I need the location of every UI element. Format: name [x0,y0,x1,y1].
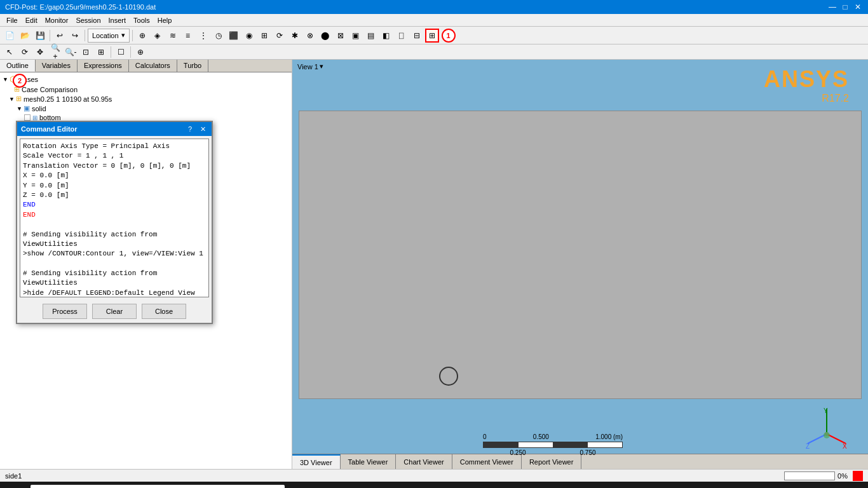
bottom-checkbox[interactable] [24,114,31,121]
tab-comment-viewer[interactable]: Comment Viewer [452,454,522,469]
taskbar-firefox[interactable]: 🦊 [419,484,440,488]
menu-monitor[interactable]: Monitor [41,15,72,25]
taskbar-task-view[interactable] [318,484,338,488]
dialog-text-area[interactable]: Rotation Axis Type = Principal Axis Scal… [20,139,209,297]
tab-table-viewer[interactable]: Table Viewer [341,454,397,469]
view-zoom-out[interactable]: 🔍- [64,45,78,59]
tab-report-viewer[interactable]: Report Viewer [522,454,582,469]
view-pan[interactable]: ✥ [33,45,47,59]
taskbar-7zip[interactable]: 7z [394,484,414,488]
view-zoom-in[interactable]: 🔍+ [48,45,62,59]
menu-file[interactable]: File [3,15,22,25]
dialog-title-icons: ? ✕ [185,124,208,134]
tree-item-case-comparison[interactable]: ⊞ Case Comparison [1,85,290,94]
view-rotate[interactable]: ⟳ [18,45,32,59]
toolbar-btn6[interactable]: ◷ [212,29,226,43]
dialog-footer: Process Clear Close [17,300,212,323]
taskbar-app9[interactable]: 👁 [496,484,516,488]
cmd-line-2: Scale Vector = 1 , 1 , 1 [23,151,206,161]
tab-3d-viewer[interactable]: 3D Viewer [292,454,341,469]
close-button[interactable]: ✕ [853,2,863,12]
toolbar-btn17[interactable]: ◧ [379,29,393,43]
annotation-2: 2 [13,74,27,88]
taskbar-app-icons: e 🗂 7z 🦊 ⚙ 🌐 👁 [292,484,516,488]
toolbar-save[interactable]: 💾 [33,29,47,43]
dialog-help-btn[interactable]: ? [185,124,195,134]
view-zoom-box[interactable]: ⊡ [79,45,93,59]
tree-item-cases[interactable]: ▼ ⬡ Cases [1,74,290,85]
toolbar-btn5[interactable]: ⋮ [196,29,210,43]
taskbar-browser2[interactable]: 🌐 [470,484,491,488]
taskbar-settings[interactable]: ⚙ [445,484,465,488]
dialog-close-btn[interactable]: ✕ [198,124,208,134]
view-extra[interactable]: ⊕ [133,45,147,59]
clear-button[interactable]: Clear [92,304,137,319]
tab-calculators[interactable]: Calculators [129,60,177,72]
viewport[interactable]: View 1 ▾ ANSYS R17.2 0 0.500 1.000 (m) [292,60,868,469]
view-box[interactable]: ☐ [114,45,128,59]
toolbar-btn18[interactable]: ⎕ [395,29,409,43]
menu-insert[interactable]: Insert [105,15,130,25]
toolbar-btn11[interactable]: ✱ [288,29,302,43]
menu-bar: File Edit Monitor Session Insert Tools H… [0,14,868,27]
menu-help[interactable]: Help [154,15,176,25]
cmd-line-6: Z = 0.0 [m] [23,191,206,200]
toolbar-btn3[interactable]: ≋ [166,29,180,43]
tab-expressions[interactable]: Expressions [78,60,129,72]
view-select[interactable]: ↖ [3,45,17,59]
tree-item-solid[interactable]: ▼ ▣ solid [1,104,290,113]
cmd-line-4: X = 0.0 [m] [23,171,206,180]
toolbar-highlighted-btn[interactable]: ⊞ [425,29,439,43]
taskbar-search[interactable]: Type here to search [31,485,285,488]
taskbar: Type here to search e 🗂 7z 🦊 ⚙ 🌐 👁 [0,482,868,488]
toolbar-btn10[interactable]: ⟳ [273,29,287,43]
scale-bar: 0 0.500 1.000 (m) 0.250 0.750 [483,433,623,456]
toolbar-btn9[interactable]: ⊞ [257,29,271,43]
taskbar-edge[interactable]: e [343,484,363,488]
tab-outline[interactable]: Outline [0,60,36,72]
taskbar-explorer[interactable]: 🗂 [369,484,389,488]
toolbar-btn2[interactable]: ◈ [151,29,165,43]
toolbar-btn15[interactable]: ▣ [349,29,363,43]
toolbar-redo[interactable]: ↪ [68,29,82,43]
scale-label-250: 0.250 [510,449,526,456]
status-right: 0% [784,471,863,481]
menu-tools[interactable]: Tools [130,15,154,25]
toolbar-btn7[interactable]: ⬛ [227,29,241,43]
maximize-button[interactable]: □ [840,2,850,12]
menu-session[interactable]: Session [72,15,104,25]
toolbar-btn13[interactable]: ⬤ [318,29,332,43]
toolbar-btn4[interactable]: ≡ [181,29,195,43]
tab-variables[interactable]: Variables [36,60,78,72]
stop-button[interactable] [853,471,863,481]
toolbar-btn1[interactable]: ⊕ [135,29,149,43]
title-bar: CFD-Post: E:/gap0.25ur9/mesh0.25-1-10190… [0,0,868,14]
cmd-line-5: Y = 0.0 [m] [23,181,206,191]
annotation-1: 1 [442,29,456,43]
tab-chart-viewer[interactable]: Chart Viewer [396,454,452,469]
location-button[interactable]: Location ▾ [88,29,130,43]
toolbar-new[interactable]: 📄 [3,29,17,43]
toolbar-btn12[interactable]: ⊗ [303,29,317,43]
tree-item-mesh[interactable]: ▼ ⊞ mesh0.25 1 10190 at 50.95s [1,94,290,104]
viewport-3d[interactable] [299,111,862,399]
toolbar-btn19[interactable]: ⊟ [410,29,424,43]
view-dropdown-icon[interactable]: ▾ [320,62,323,71]
expand-mesh-arrow: ▼ [9,96,15,102]
toolbar-open[interactable]: 📂 [18,29,32,43]
toolbar-btn14[interactable]: ⊠ [334,29,348,43]
progress-area: 0% [784,471,848,480]
cmd-line-hide: >hide /DEFAULT LEGEND:Default Legend Vie… [23,288,206,297]
start-button[interactable] [3,482,28,488]
dialog-close-button[interactable]: Close [142,304,186,319]
cmd-line-end1: END [23,200,206,210]
taskbar-cortana[interactable] [292,484,313,488]
toolbar-undo[interactable]: ↩ [53,29,67,43]
toolbar-btn8[interactable]: ◉ [242,29,256,43]
process-button[interactable]: Process [43,304,87,319]
toolbar-btn16[interactable]: ▤ [364,29,378,43]
view-fit[interactable]: ⊞ [94,45,108,59]
minimize-button[interactable]: — [827,2,837,12]
menu-edit[interactable]: Edit [22,15,41,25]
tab-turbo[interactable]: Turbo [177,60,208,72]
